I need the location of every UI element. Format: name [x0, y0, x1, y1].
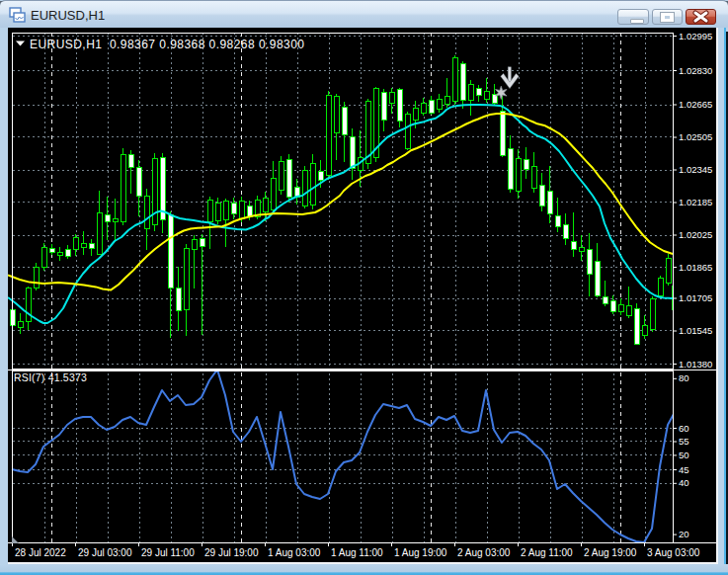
svg-text:45: 45	[679, 464, 689, 475]
svg-text:2 Aug 03:00: 2 Aug 03:00	[457, 547, 511, 558]
svg-text:40: 40	[679, 477, 689, 488]
svg-text:1.02025: 1.02025	[679, 229, 712, 240]
svg-text:1.01545: 1.01545	[679, 325, 712, 336]
svg-text:1.02830: 1.02830	[679, 65, 712, 76]
svg-text:29 Jul 03:00: 29 Jul 03:00	[78, 547, 132, 558]
svg-text:1.02185: 1.02185	[679, 197, 712, 207]
svg-text:1.01705: 1.01705	[679, 292, 712, 303]
svg-text:1.02665: 1.02665	[679, 99, 712, 110]
svg-text:80: 80	[679, 372, 689, 383]
svg-text:55: 55	[679, 436, 689, 447]
svg-text:3 Aug 03:00: 3 Aug 03:00	[647, 547, 700, 558]
svg-text:29 Jul 19:00: 29 Jul 19:00	[204, 547, 259, 558]
svg-text:1 Aug 03:00: 1 Aug 03:00	[268, 547, 321, 558]
svg-text:28 Jul 2022: 28 Jul 2022	[15, 547, 66, 558]
svg-text:EURUSD,H1 0.98367 0.98368 0.9: EURUSD,H1 0.98367 0.98368 0.98268 0.9830…	[30, 38, 304, 51]
svg-text:60: 60	[679, 423, 689, 434]
svg-text:2 Aug 11:00: 2 Aug 11:00	[521, 547, 573, 558]
svg-text:1 Aug 19:00: 1 Aug 19:00	[394, 547, 447, 558]
svg-text:20: 20	[679, 529, 689, 539]
svg-text:1.02505: 1.02505	[679, 131, 712, 142]
svg-text:1 Aug 11:00: 1 Aug 11:00	[331, 547, 383, 558]
svg-text:29 Jul 11:00: 29 Jul 11:00	[141, 547, 195, 558]
svg-text:1.01865: 1.01865	[679, 262, 712, 273]
svg-text:50: 50	[679, 450, 689, 460]
svg-text:2 Aug 19:00: 2 Aug 19:00	[584, 547, 637, 558]
svg-text:1.01380: 1.01380	[679, 359, 712, 370]
svg-text:RSI(7) 41.5373: RSI(7) 41.5373	[14, 371, 87, 383]
svg-text:1.02995: 1.02995	[679, 31, 712, 41]
svg-text:1.02345: 1.02345	[679, 164, 712, 175]
